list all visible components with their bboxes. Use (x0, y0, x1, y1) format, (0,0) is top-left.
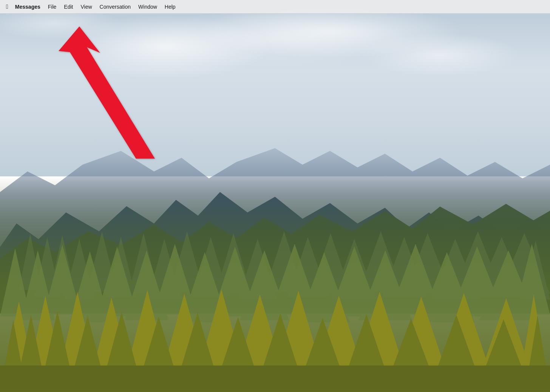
help-menu[interactable]: Help (161, 2, 179, 11)
clouds-layer (0, 0, 550, 157)
apple-menu[interactable]:  (3, 2, 11, 12)
tree-foreground (0, 157, 550, 392)
svg-rect-73 (0, 366, 550, 392)
edit-menu[interactable]: Edit (60, 2, 77, 11)
menubar:  Messages File Edit View Conversation W… (0, 0, 550, 14)
view-menu[interactable]: View (77, 2, 96, 11)
background-image (0, 0, 550, 392)
window-menu[interactable]: Window (134, 2, 161, 11)
conversation-menu[interactable]: Conversation (96, 2, 135, 11)
file-menu[interactable]: File (44, 2, 60, 11)
messages-menu[interactable]: Messages (11, 2, 44, 11)
